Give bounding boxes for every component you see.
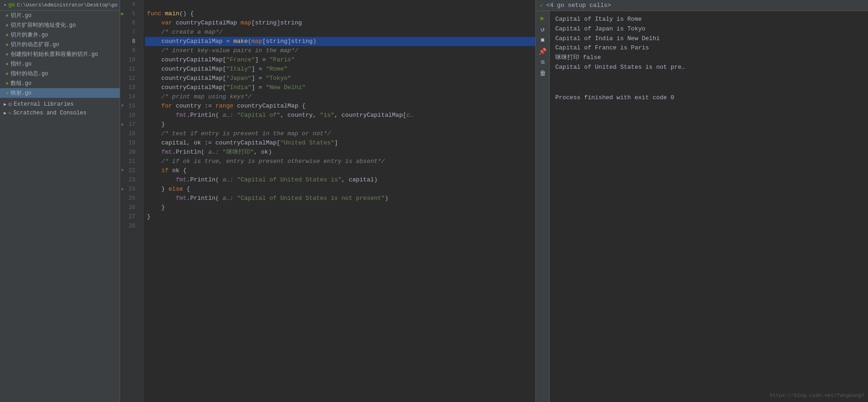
file-icon: ● [6,32,9,38]
line-num-27: 27 [120,212,139,222]
libraries-expand-icon: ▶ [4,102,6,107]
file-切片动态[interactable]: ● 切片的动态扩容.go [0,40,120,49]
copy-tool-btn[interactable]: ⧉ [538,57,548,67]
code-line-11: countryCapitalMap["Italy"] = "Rome" [145,65,535,74]
code-line-22: if ok { [145,166,535,175]
line-num-16: 16 [120,111,139,120]
file-label: 切片的动态扩容.go [11,41,60,48]
code-line-17: } [145,120,535,129]
line-num-12: 12 [120,74,139,83]
file-icon: ● [6,23,9,28]
code-line-9: /* insert key-value pairs in the map*/ [145,46,535,55]
check-icon: ✓ [540,1,543,9]
rerun-tool-btn[interactable]: ↺ [538,24,548,34]
file-label: 创建指针初始长度和容量的切片.go [11,50,98,58]
file-icon: ● [6,13,9,18]
file-label: 指针.go [11,60,32,68]
output-line-4: Capital of France is Paris [555,43,862,53]
editor-panel: 4 ▶5 6 7 8 9 10 11 12 13 14 ▼15 16 ▲17 1… [120,0,535,402]
output-line-1: Capital of Italy is Rome [555,15,862,24]
code-line-26: } [145,203,535,212]
file-映射[interactable]: ● 映射.go [0,88,120,98]
file-icon: ● [6,61,9,67]
code-line-10: countryCapitalMap["France"] = "Paris" [145,55,535,65]
stop-tool-btn[interactable]: ■ [538,35,548,45]
code-line-18: /* test if entry is present in the map o… [145,129,535,138]
code-lines[interactable]: func main() { var countryCapitalMap map[… [143,0,535,402]
line-num-21: 21 [120,157,139,166]
code-line-13: countryCapitalMap["India"] = "New Delhi" [145,83,535,92]
output-exit [555,78,862,88]
output-line-3: Capital of India is New Delhi [555,34,862,44]
project-go-icon: go [8,2,15,8]
file-icon: ● [6,71,9,77]
line-num-10: 10 [120,55,139,65]
file-label: 切片的兼并.go [11,31,49,39]
file-icon: ● [6,42,9,48]
file-tree: ▾ go C:\Users\Administrator\Desktop\go ●… [0,0,120,402]
line-num-6: 6 [120,18,139,28]
line-num-24: ▲24 [120,185,139,194]
file-icon: ● [6,90,9,96]
code-line-16: fmt.Println( a…: "Capital of", country, … [145,111,535,120]
output-line-2: Capital of Japan is Tokyo [555,24,862,34]
file-创建指针[interactable]: ● 创建指针初始长度和容量的切片.go [0,49,120,59]
code-line-23: fmt.Println( a…: "Capital of United Stat… [145,175,535,185]
code-line-12: countryCapitalMap["Japan"] = "Tokyo" [145,74,535,83]
code-line-21: /* if ok is true, entry is present other… [145,157,535,166]
output-line-5: 咪咪打印 false [555,53,862,63]
line-num-26: 26 [120,203,139,212]
file-指针[interactable]: ● 指针.go [0,59,120,69]
line-num-23: 23 [120,175,139,185]
file-label: 指针的动态.go [11,70,49,78]
line-num-9: 9 [120,46,139,55]
file-指针动态[interactable]: ● 指针的动态.go [0,69,120,78]
file-icon: ● [6,81,9,86]
line-num-13: 13 [120,83,139,92]
file-label: 映射.go [11,89,32,97]
file-数组[interactable]: ● 数组.go [0,78,120,88]
external-libraries[interactable]: ▶ ⚙ External Libraries [0,100,120,109]
libraries-icon: ⚙ [8,101,12,108]
line-num-8: 8 [120,37,139,46]
scratches-expand-icon: ▶ [4,110,6,116]
line-num-14: 14 [120,92,139,102]
project-path: C:\Users\Administrator\Desktop\go [17,2,117,8]
line-num-15: ▼15 [120,102,139,111]
file-切片扩容[interactable]: ● 切片扩容时的地址变化.go [0,20,120,30]
project-header[interactable]: ▾ go C:\Users\Administrator\Desktop\go [0,0,120,11]
line-num-5: ▶5 [120,9,139,18]
file-icon: ● [6,52,9,57]
code-line-6: var countryCapitalMap map[string]string [145,18,535,28]
code-line-14: /* print map using keys*/ [145,92,535,102]
code-line-25: fmt.Println( a…: "Capital of United Stat… [145,194,535,203]
line-num-7: 7 [120,28,139,37]
code-line-28 [145,222,535,231]
run-tool-btn[interactable]: ▶ [538,13,548,23]
code-line-24: } else { [145,185,535,194]
file-label: 切片扩容时的地址变化.go [11,21,76,29]
file-切片兼并[interactable]: ● 切片的兼并.go [0,30,120,40]
file-label: 切片.go [11,12,32,19]
code-line-4 [145,0,535,9]
project-expand-icon: ▾ [4,2,6,8]
file-切片[interactable]: ● 切片.go [0,11,120,20]
pin-tool-btn[interactable]: 📌 [538,46,548,56]
scratches-consoles[interactable]: ▶ ✎ Scratches and Consoles [0,109,120,117]
code-line-8: countryCapitalMap = make(map[string]stri… [145,37,535,46]
watermark: https://blog.csdn.net/fangkang7 [770,393,864,398]
console-header: ✓ <4 go setup calls> [536,0,868,11]
console-output: Capital of Italy is Rome Capital of Japa… [550,11,868,402]
clear-tool-btn[interactable]: 🗑 [538,68,548,78]
scratches-label: Scratches and Consoles [13,110,86,116]
line-num-4: 4 [120,0,139,9]
line-num-19: 19 [120,138,139,148]
code-editor[interactable]: 4 ▶5 6 7 8 9 10 11 12 13 14 ▼15 16 ▲17 1… [120,0,535,402]
line-num-20: 20 [120,148,139,157]
line-num-17: ▲17 [120,120,139,129]
line-num-22: ▼22 [120,166,139,175]
code-line-7: /* create a map*/ [145,28,535,37]
console-panel: ✓ <4 go setup calls> ▶ ↺ ■ 📌 ⧉ 🗑 Capital… [535,0,868,402]
code-line-20: fmt.Println( a…: "咪咪打印", ok) [145,148,535,157]
file-label: 数组.go [11,79,32,87]
